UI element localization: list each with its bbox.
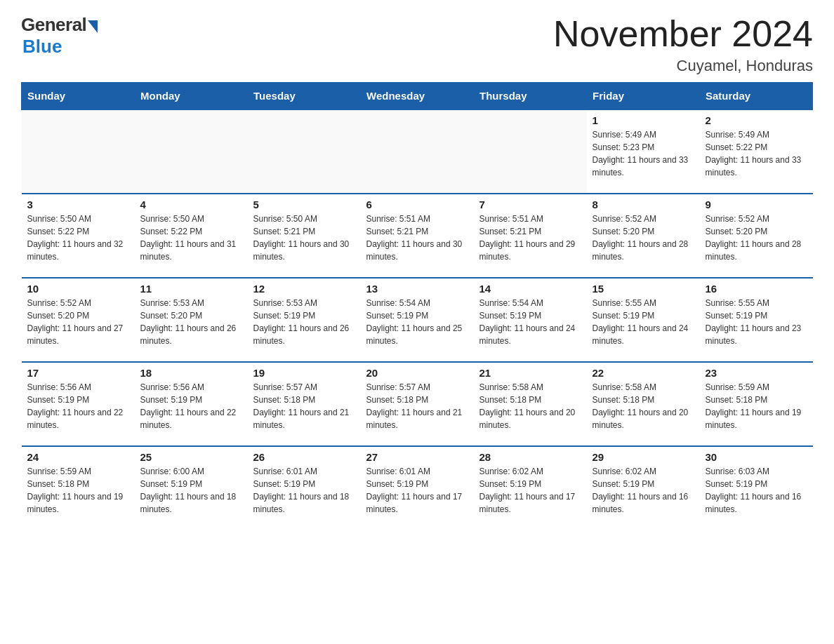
day-info: Sunrise: 5:49 AMSunset: 5:23 PMDaylight:… [593,128,694,179]
day-number: 16 [706,283,807,295]
calendar-day-cell: 15Sunrise: 5:55 AMSunset: 5:19 PMDayligh… [587,278,700,362]
logo-blue-text: Blue [22,36,62,58]
calendar-day-cell: 8Sunrise: 5:52 AMSunset: 5:20 PMDaylight… [587,194,700,278]
day-info: Sunrise: 5:59 AMSunset: 5:18 PMDaylight:… [27,465,129,516]
day-info: Sunrise: 6:03 AMSunset: 5:19 PMDaylight:… [706,465,807,516]
calendar-day-cell: 20Sunrise: 5:57 AMSunset: 5:18 PMDayligh… [361,362,474,446]
day-info: Sunrise: 5:51 AMSunset: 5:21 PMDaylight:… [479,213,581,263]
day-info: Sunrise: 5:50 AMSunset: 5:21 PMDaylight:… [253,213,355,263]
calendar-day-cell: 27Sunrise: 6:01 AMSunset: 5:19 PMDayligh… [361,446,474,530]
calendar-day-cell: 5Sunrise: 5:50 AMSunset: 5:21 PMDaylight… [248,194,361,278]
day-info: Sunrise: 5:53 AMSunset: 5:20 PMDaylight:… [140,297,242,347]
day-number: 14 [479,283,581,295]
day-info: Sunrise: 6:01 AMSunset: 5:19 PMDaylight:… [366,465,468,516]
day-info: Sunrise: 5:54 AMSunset: 5:19 PMDaylight:… [479,297,581,347]
calendar-day-cell: 16Sunrise: 5:55 AMSunset: 5:19 PMDayligh… [700,278,813,362]
title-area: November 2024 Cuyamel, Honduras [553,14,813,75]
calendar-header-row: SundayMondayTuesdayWednesdayThursdayFrid… [22,83,813,110]
calendar-day-cell: 2Sunrise: 5:49 AMSunset: 5:22 PMDaylight… [700,109,813,194]
day-number: 25 [140,451,242,463]
day-number: 15 [593,283,694,295]
day-number: 7 [479,199,581,210]
calendar-day-cell: 28Sunrise: 6:02 AMSunset: 5:19 PMDayligh… [474,446,587,530]
day-number: 9 [706,199,807,210]
page-title: November 2024 [553,14,813,54]
day-number: 3 [27,199,129,210]
day-number: 17 [27,367,129,379]
calendar-day-header: Friday [587,83,700,110]
calendar-day-cell: 13Sunrise: 5:54 AMSunset: 5:19 PMDayligh… [361,278,474,362]
calendar-day-cell: 26Sunrise: 6:01 AMSunset: 5:19 PMDayligh… [248,446,361,530]
calendar-day-cell [22,109,135,194]
calendar-day-cell: 9Sunrise: 5:52 AMSunset: 5:20 PMDaylight… [700,194,813,278]
day-number: 19 [253,367,355,379]
day-number: 11 [140,283,242,295]
calendar-day-cell: 6Sunrise: 5:51 AMSunset: 5:21 PMDaylight… [361,194,474,278]
day-info: Sunrise: 6:02 AMSunset: 5:19 PMDaylight:… [479,465,581,516]
day-info: Sunrise: 5:52 AMSunset: 5:20 PMDaylight:… [593,213,694,263]
day-number: 24 [27,451,129,463]
day-number: 1 [593,114,694,126]
day-info: Sunrise: 5:53 AMSunset: 5:19 PMDaylight:… [253,297,355,347]
day-number: 12 [253,283,355,295]
day-number: 6 [366,199,468,210]
calendar-day-cell: 19Sunrise: 5:57 AMSunset: 5:18 PMDayligh… [248,362,361,446]
calendar-day-header: Tuesday [248,83,361,110]
calendar-day-cell: 4Sunrise: 5:50 AMSunset: 5:22 PMDaylight… [135,194,248,278]
calendar-day-cell: 3Sunrise: 5:50 AMSunset: 5:22 PMDaylight… [22,194,135,278]
logo: General Blue [21,14,98,58]
calendar-day-cell [361,109,474,194]
day-info: Sunrise: 5:52 AMSunset: 5:20 PMDaylight:… [27,297,129,347]
day-info: Sunrise: 5:56 AMSunset: 5:19 PMDaylight:… [140,381,242,431]
calendar-day-cell: 12Sunrise: 5:53 AMSunset: 5:19 PMDayligh… [248,278,361,362]
calendar-day-header: Saturday [700,83,813,110]
logo-general-text: General [21,14,86,36]
day-info: Sunrise: 5:57 AMSunset: 5:18 PMDaylight:… [366,381,468,431]
day-number: 22 [593,367,694,379]
calendar-day-header: Wednesday [361,83,474,110]
day-number: 30 [706,451,807,463]
calendar-day-cell: 18Sunrise: 5:56 AMSunset: 5:19 PMDayligh… [135,362,248,446]
calendar-week-row: 3Sunrise: 5:50 AMSunset: 5:22 PMDaylight… [22,194,813,278]
calendar-day-cell: 11Sunrise: 5:53 AMSunset: 5:20 PMDayligh… [135,278,248,362]
day-info: Sunrise: 5:51 AMSunset: 5:21 PMDaylight:… [366,213,468,263]
calendar-day-cell: 23Sunrise: 5:59 AMSunset: 5:18 PMDayligh… [700,362,813,446]
calendar-day-cell [474,109,587,194]
calendar-day-cell: 24Sunrise: 5:59 AMSunset: 5:18 PMDayligh… [22,446,135,530]
day-number: 20 [366,367,468,379]
day-number: 13 [366,283,468,295]
calendar-day-cell: 29Sunrise: 6:02 AMSunset: 5:19 PMDayligh… [587,446,700,530]
calendar-day-header: Sunday [22,83,135,110]
day-number: 26 [253,451,355,463]
day-number: 28 [479,451,581,463]
day-info: Sunrise: 5:55 AMSunset: 5:19 PMDaylight:… [706,297,807,347]
day-number: 27 [366,451,468,463]
calendar-day-cell: 22Sunrise: 5:58 AMSunset: 5:18 PMDayligh… [587,362,700,446]
day-info: Sunrise: 5:52 AMSunset: 5:20 PMDaylight:… [706,213,807,263]
day-info: Sunrise: 5:57 AMSunset: 5:18 PMDaylight:… [253,381,355,431]
calendar-day-cell: 14Sunrise: 5:54 AMSunset: 5:19 PMDayligh… [474,278,587,362]
day-info: Sunrise: 5:54 AMSunset: 5:19 PMDaylight:… [366,297,468,347]
day-number: 10 [27,283,129,295]
calendar-week-row: 24Sunrise: 5:59 AMSunset: 5:18 PMDayligh… [22,446,813,530]
day-number: 5 [253,199,355,210]
calendar-day-header: Thursday [474,83,587,110]
day-number: 8 [593,199,694,210]
calendar-day-cell: 1Sunrise: 5:49 AMSunset: 5:23 PMDaylight… [587,109,700,194]
day-number: 21 [479,367,581,379]
day-info: Sunrise: 5:49 AMSunset: 5:22 PMDaylight:… [706,128,807,179]
calendar-day-cell: 17Sunrise: 5:56 AMSunset: 5:19 PMDayligh… [22,362,135,446]
day-number: 18 [140,367,242,379]
day-info: Sunrise: 5:55 AMSunset: 5:19 PMDaylight:… [593,297,694,347]
day-number: 4 [140,199,242,210]
calendar-day-header: Monday [135,83,248,110]
day-info: Sunrise: 5:58 AMSunset: 5:18 PMDaylight:… [479,381,581,431]
calendar-day-cell: 30Sunrise: 6:03 AMSunset: 5:19 PMDayligh… [700,446,813,530]
day-info: Sunrise: 5:50 AMSunset: 5:22 PMDaylight:… [140,213,242,263]
calendar-day-cell: 21Sunrise: 5:58 AMSunset: 5:18 PMDayligh… [474,362,587,446]
calendar-week-row: 10Sunrise: 5:52 AMSunset: 5:20 PMDayligh… [22,278,813,362]
day-info: Sunrise: 6:00 AMSunset: 5:19 PMDaylight:… [140,465,242,516]
calendar-week-row: 1Sunrise: 5:49 AMSunset: 5:23 PMDaylight… [22,109,813,194]
page-header: General Blue November 2024 Cuyamel, Hond… [21,14,813,75]
calendar-day-cell: 7Sunrise: 5:51 AMSunset: 5:21 PMDaylight… [474,194,587,278]
